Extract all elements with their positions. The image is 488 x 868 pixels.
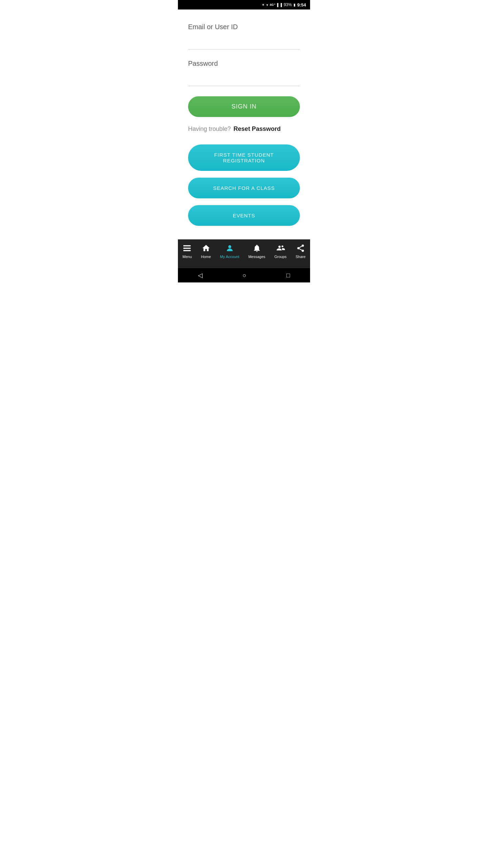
bluetooth-icon: ✶: [262, 3, 265, 7]
nav-item-groups[interactable]: Groups: [274, 243, 287, 259]
search-class-button[interactable]: SEARCH FOR A CLASS: [188, 178, 300, 198]
nav-item-my-account[interactable]: My Account: [220, 243, 239, 259]
svg-rect-3: [184, 245, 185, 246]
svg-point-10: [297, 247, 300, 250]
trouble-row: Having trouble? Reset Password: [188, 125, 300, 133]
svg-rect-0: [184, 245, 191, 246]
reset-password-link[interactable]: Reset Password: [233, 125, 281, 133]
email-label: Email or User ID: [188, 23, 300, 31]
nav-label-my-account: My Account: [220, 255, 239, 259]
nav-item-home[interactable]: Home: [201, 243, 211, 259]
nav-label-groups: Groups: [274, 255, 287, 259]
share-icon: [296, 243, 305, 253]
wifi-icon: ▾: [266, 3, 268, 7]
password-input[interactable]: [188, 74, 300, 86]
svg-line-13: [299, 246, 302, 248]
recent-button[interactable]: □: [286, 272, 290, 279]
main-content: Email or User ID Password SIGN IN Having…: [178, 9, 310, 239]
nav-label-messages: Messages: [248, 255, 265, 259]
nav-item-messages[interactable]: Messages: [248, 243, 265, 259]
messages-icon: [252, 243, 262, 253]
svg-rect-2: [184, 250, 191, 251]
bottom-nav: Menu Home My Account Messages: [178, 239, 310, 268]
home-button[interactable]: ○: [243, 272, 246, 279]
svg-line-12: [299, 249, 302, 250]
home-icon: [201, 243, 211, 253]
svg-point-6: [228, 245, 231, 248]
battery-icon: ▮: [293, 3, 296, 7]
svg-rect-1: [184, 248, 191, 249]
password-label: Password: [188, 60, 300, 67]
status-bar: ✶ ▾ 4G⁺ ▌▐ 93% ▮ 9:54: [178, 0, 310, 9]
nav-item-share[interactable]: Share: [296, 243, 305, 259]
trouble-text: Having trouble?: [188, 125, 231, 133]
svg-point-8: [281, 245, 283, 247]
nav-label-menu: Menu: [183, 255, 192, 259]
system-nav: ◁ ○ □: [178, 268, 310, 282]
status-icons: ✶ ▾ 4G⁺ ▌▐ 93% ▮ 9:54: [262, 2, 306, 7]
signin-button[interactable]: SIGN IN: [188, 96, 300, 117]
battery-percentage: 93%: [284, 2, 292, 7]
menu-icon: [182, 243, 192, 253]
my-account-icon: [225, 243, 235, 253]
svg-rect-5: [184, 250, 185, 251]
svg-point-9: [302, 244, 304, 247]
lte-icon: 4G⁺: [270, 3, 276, 6]
nav-item-menu[interactable]: Menu: [182, 243, 192, 259]
email-input[interactable]: [188, 38, 300, 50]
time-display: 9:54: [297, 2, 306, 7]
signal-icon: ▌▐: [277, 3, 282, 7]
nav-label-share: Share: [296, 255, 305, 259]
password-field-group: Password: [188, 60, 300, 86]
back-button[interactable]: ◁: [198, 272, 203, 279]
nav-label-home: Home: [201, 255, 211, 259]
events-button[interactable]: EVENTS: [188, 205, 300, 226]
groups-icon: [276, 243, 285, 253]
svg-point-7: [278, 245, 281, 248]
svg-point-11: [302, 250, 304, 252]
email-field-group: Email or User ID: [188, 23, 300, 50]
registration-button[interactable]: FIRST TIME STUDENT REGISTRATION: [188, 144, 300, 171]
svg-rect-4: [184, 248, 185, 249]
